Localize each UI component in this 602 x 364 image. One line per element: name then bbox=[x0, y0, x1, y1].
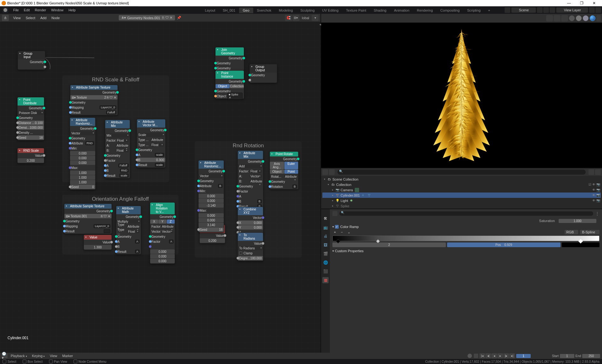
viewport-render[interactable]: // generate additional thin spikes proce… bbox=[321, 23, 602, 168]
viewlayer-del-icon[interactable] bbox=[595, 7, 601, 13]
as2-res-v[interactable] bbox=[104, 229, 110, 233]
light-data-icon[interactable]: ✺ bbox=[349, 198, 353, 203]
node-attr-rand-2[interactable]: Attribute Randomiz... Geometry Vector Ge… bbox=[198, 160, 224, 232]
cxyz-xv[interactable]: 0.000 bbox=[254, 221, 262, 225]
am1-bt[interactable]: Float bbox=[116, 149, 129, 152]
ar2-hdr[interactable]: Attribute Randomiz... bbox=[199, 160, 224, 169]
ramp-add-icon[interactable]: + bbox=[332, 230, 337, 234]
maximize-button[interactable]: ❐ bbox=[575, 1, 588, 5]
pin-icon[interactable]: 📌 bbox=[177, 16, 181, 20]
arot-v1[interactable]: 0.000 bbox=[150, 254, 175, 258]
ws-sculpting[interactable]: Sculpting bbox=[297, 8, 318, 13]
ar1-seed-v[interactable]: 0 bbox=[92, 185, 94, 189]
node-to-radians[interactable]: To Radians Value To Radians Clamp Degre.… bbox=[238, 232, 263, 261]
coll-vis-icon[interactable]: 👁 bbox=[592, 183, 595, 186]
pi-obj[interactable]: ■ Spike ✕ bbox=[227, 93, 243, 100]
am1-resv[interactable]: scale bbox=[119, 174, 129, 177]
tab-world-icon[interactable]: 🌐 bbox=[322, 259, 329, 266]
am2-mode[interactable]: Add bbox=[238, 164, 263, 168]
protate-hdr[interactable]: Point Rotate bbox=[270, 152, 298, 156]
cam-render-icon[interactable]: 📷 bbox=[596, 188, 600, 192]
am1-fact[interactable]: Float bbox=[116, 139, 129, 142]
ramp-gradient[interactable] bbox=[332, 236, 599, 241]
arot-v0[interactable]: 0.000 bbox=[150, 249, 175, 254]
shading-options-icon[interactable] bbox=[596, 15, 601, 21]
am1-at[interactable]: Attribute bbox=[116, 144, 129, 147]
props-type-icon[interactable] bbox=[332, 211, 337, 216]
keyframe-next-icon[interactable]: |▸ bbox=[503, 353, 509, 358]
props-search[interactable] bbox=[339, 211, 593, 216]
ar1-min2[interactable]: 0.000 bbox=[70, 160, 95, 165]
tr-hdr[interactable]: To Radians bbox=[238, 233, 263, 241]
menu-edit[interactable]: Edit bbox=[21, 8, 32, 12]
am1-av[interactable]: Falloff bbox=[118, 164, 129, 167]
cyl-mesh-icon[interactable]: ▽ bbox=[367, 193, 371, 198]
outliner-scene-collection[interactable]: ▾🗀Scene Collection bbox=[322, 177, 601, 182]
node-join-geometry[interactable]: Join Geometry Geometry Geometry Geometry bbox=[215, 47, 244, 71]
outliner-item-cylinder[interactable]: ▸▽Cylinder.001✧▽👁📷 bbox=[322, 193, 601, 198]
ramp-index[interactable]: 2 bbox=[332, 242, 446, 247]
am1-hdr[interactable]: Attribute Mix bbox=[105, 120, 130, 128]
start-frame[interactable]: 1 bbox=[560, 354, 574, 358]
snap-toggle-icon[interactable]: 🧲 bbox=[285, 15, 292, 21]
cyl-render-icon[interactable]: 📷 bbox=[596, 193, 600, 197]
cam-vis-icon[interactable]: 👁 bbox=[592, 188, 595, 192]
ws-sverchok[interactable]: Sverchok bbox=[253, 8, 275, 13]
ramp-interp[interactable]: B-Spline bbox=[580, 230, 599, 234]
ar2-seed-v[interactable]: 18 bbox=[219, 228, 222, 231]
node-point-instance[interactable]: Point Instance Geometry ObjectCollection… bbox=[215, 70, 244, 99]
tab-object-icon[interactable]: ⬛ bbox=[322, 268, 329, 274]
color-ramp-checkbox[interactable]: ✓ bbox=[335, 225, 339, 229]
menu-file[interactable]: File bbox=[11, 8, 21, 12]
shading-solid-icon[interactable] bbox=[576, 15, 582, 21]
ar1-max1[interactable]: 1.000 bbox=[70, 175, 95, 180]
autokey-mode-icon[interactable] bbox=[474, 354, 478, 358]
av-av[interactable]: scale bbox=[155, 153, 164, 157]
protate-m4[interactable]: Point bbox=[284, 170, 298, 174]
arot-vec-v[interactable]: Vector bbox=[161, 230, 173, 233]
nh-view[interactable]: View bbox=[11, 16, 23, 20]
as1-res-v[interactable]: Falloff bbox=[106, 111, 116, 114]
outliner-collection[interactable]: ▾🗀Collection☑👁📷 bbox=[322, 182, 601, 187]
outliner-filter-icon[interactable] bbox=[588, 169, 594, 175]
node-attr-vector-math[interactable]: Attribute Vector M... Geometry Scale Typ… bbox=[137, 119, 166, 168]
shading-material-icon[interactable] bbox=[583, 15, 588, 21]
cxyz-yv[interactable]: 0.000 bbox=[254, 226, 262, 229]
node-point-rotate[interactable]: Point Rotate Geometry Axis Ang...Euler O… bbox=[270, 151, 298, 189]
val-v[interactable]: 1.300 bbox=[84, 245, 112, 249]
pd-mode[interactable]: Poisson Disk bbox=[18, 111, 44, 115]
ar1-max2[interactable]: 1.000 bbox=[70, 180, 95, 184]
ar2-max1[interactable]: 0.000 bbox=[199, 218, 224, 222]
snap-type-icon[interactable]: ⊞▾ bbox=[293, 15, 299, 21]
arot-fac-v[interactable]: Attribute bbox=[161, 225, 174, 228]
node-attr-mix-1[interactable]: Attribute Mix Geometry Mix Factor:Float … bbox=[105, 120, 130, 178]
pi-hdr[interactable]: Point Instance bbox=[216, 71, 244, 79]
vp-overlays-icon[interactable] bbox=[554, 15, 561, 21]
as1-hdr[interactable]: Attribute Sample Texture bbox=[70, 85, 118, 90]
coll-excl-icon[interactable]: ☑ bbox=[588, 183, 591, 186]
timeline-type-icon[interactable]: 🕐▾ bbox=[2, 353, 8, 358]
outliner-item-spike[interactable]: ▸▽Spike bbox=[322, 203, 601, 209]
rr-v[interactable]: 0.200 bbox=[200, 238, 225, 243]
tr-mode[interactable]: To Radians bbox=[238, 246, 263, 250]
ar1-max0[interactable]: 1.000 bbox=[70, 171, 95, 175]
node-group-output[interactable]: Group Output Geometry bbox=[249, 64, 277, 83]
go-hdr[interactable]: Group Output bbox=[250, 64, 277, 73]
ws-modeling[interactable]: Modeling bbox=[275, 8, 297, 13]
av-bv[interactable]: 0.300 bbox=[156, 158, 164, 162]
ar1-attr-v[interactable]: RND bbox=[85, 141, 94, 145]
av-resv[interactable]: scale bbox=[155, 163, 164, 167]
pd-hdr[interactable]: Point Distribute bbox=[18, 97, 44, 106]
ws-geo[interactable]: Geo bbox=[239, 8, 253, 13]
keyframe-prev-icon[interactable]: ◂| bbox=[485, 353, 491, 358]
ar2-min2[interactable]: -3.140 bbox=[199, 203, 224, 208]
ws-compositing[interactable]: Compositing bbox=[437, 8, 463, 13]
arot-hdr[interactable]: Align Rotation to V... bbox=[150, 203, 175, 214]
amath-resv[interactable]: A bbox=[135, 250, 140, 253]
ar1-min0[interactable]: 0.000 bbox=[70, 151, 95, 155]
amath-av[interactable]: A bbox=[135, 240, 140, 243]
arot-v2[interactable]: 0.000 bbox=[150, 259, 175, 263]
outliner-tree[interactable]: ▾🗀Scene Collection ▾🗀Collection☑👁📷 ▸📷Cam… bbox=[321, 176, 602, 209]
nh-select[interactable]: Select bbox=[23, 16, 38, 20]
vp-xray-icon[interactable] bbox=[561, 15, 568, 21]
